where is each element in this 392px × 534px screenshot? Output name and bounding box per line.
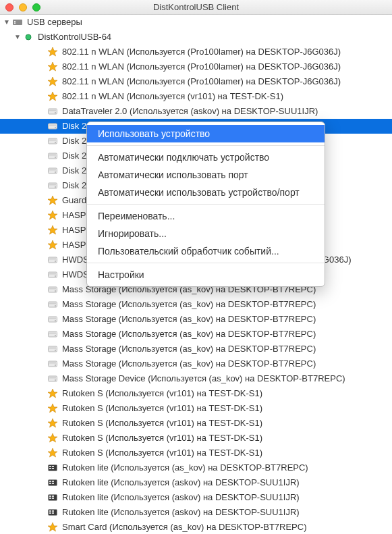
menu-item[interactable]: Переименовать... xyxy=(87,207,325,225)
maximize-button[interactable] xyxy=(32,3,40,11)
tree-row[interactable]: ▼USB серверы xyxy=(0,15,392,30)
context-menu[interactable]: Использовать устройствоАвтоматически под… xyxy=(86,122,325,287)
tree-row-label: Rutoken lite (Используется (askov) на DE… xyxy=(62,505,300,520)
tree-row-label: Mass Storage (Используется (as_kov) на D… xyxy=(62,342,316,356)
tree-row[interactable]: ▼Smart Card (Используется (as_kov) на DE… xyxy=(0,520,392,534)
usb-icon xyxy=(12,17,23,28)
tree-row[interactable]: ▼DistKontrolUSB-64 xyxy=(0,30,392,45)
drive-icon xyxy=(47,165,58,176)
menu-separator xyxy=(87,204,325,205)
menu-item[interactable]: Игнорировать... xyxy=(87,225,325,242)
drive-icon xyxy=(47,255,58,265)
tree-row-label: DataTraveler 2.0 (Используется (askov) н… xyxy=(62,104,318,119)
tree-row-label: 802.11 n WLAN (Используется (Pro100lamer… xyxy=(62,45,341,59)
tree-row-label: Mass Storage (Используется (as_kov) на D… xyxy=(62,327,316,342)
star-icon xyxy=(47,47,58,57)
tree-row-label: USB серверы xyxy=(27,15,82,30)
tree-row-label: Rutoken S (Используется (vr101) на TEST-… xyxy=(62,401,262,416)
menu-item[interactable]: Использовать устройство xyxy=(87,125,325,142)
drive-icon xyxy=(47,314,58,325)
star-icon xyxy=(47,403,58,414)
star-icon xyxy=(47,61,58,72)
drive-icon xyxy=(47,344,58,354)
tree-row[interactable]: ▼Rutoken lite (Используется (askov) на D… xyxy=(0,505,392,520)
tree-row[interactable]: ▼Rutoken S (Используется (vr101) на TEST… xyxy=(0,431,392,446)
tree-row[interactable]: ▼802.11 n WLAN (Используется (vr101) на … xyxy=(0,89,392,104)
tree-row[interactable]: ▼Rutoken lite (Используется (askov) на D… xyxy=(0,475,392,490)
tree-row[interactable]: ▼802.11 n WLAN (Используется (Pro100lame… xyxy=(0,45,392,59)
dot-green-icon xyxy=(23,32,34,43)
card-icon xyxy=(47,477,58,488)
menu-item[interactable]: Автоматически использовать порт xyxy=(87,166,325,184)
tree-row[interactable]: ▼Rutoken S (Используется (vr101) на TEST… xyxy=(0,401,392,416)
star-icon xyxy=(47,522,58,533)
drive-icon xyxy=(47,106,58,117)
window-title: DistKontrolUSB Client xyxy=(0,2,392,12)
star-icon xyxy=(47,240,58,250)
menu-separator xyxy=(87,263,325,263)
drive-icon xyxy=(47,358,58,369)
tree-row-label: 802.11 n WLAN (Используется (Pro100lamer… xyxy=(62,74,341,89)
star-icon xyxy=(47,210,58,221)
tree-row-label: Mass Storage (Используется (as_kov) на D… xyxy=(62,312,316,327)
star-icon xyxy=(47,195,58,206)
tree-row[interactable]: ▼Rutoken S (Используется (vr101) на TEST… xyxy=(0,386,392,401)
tree-row-label: Rutoken S (Используется (vr101) на TEST-… xyxy=(62,416,262,431)
tree-row-label: Mass Storage Device (Используется (as_ko… xyxy=(62,371,345,386)
drive-icon xyxy=(47,329,58,340)
card-icon xyxy=(47,492,58,503)
tree-row-label: Rutoken S (Используется (vr101) на TEST-… xyxy=(62,446,262,460)
card-icon xyxy=(47,462,58,473)
tree-row-label: Rutoken lite (Используется (askov) на DE… xyxy=(62,490,300,505)
tree-row-label: Mass Storage (Используется (as_kov) на D… xyxy=(62,297,316,312)
tree-row-label: Smart Card (Используется (as_kov) на DES… xyxy=(62,520,307,534)
tree-row-label: Mass Storage (Используется (as_kov) на D… xyxy=(62,356,316,371)
drive-icon xyxy=(47,180,58,191)
tree-row[interactable]: ▼Mass Storage (Используется (as_kov) на … xyxy=(0,297,392,312)
minimize-button[interactable] xyxy=(19,3,27,11)
close-button[interactable] xyxy=(5,3,13,11)
drive-icon xyxy=(47,136,58,146)
star-icon xyxy=(47,448,58,458)
tree-row[interactable]: ▼DataTraveler 2.0 (Используется (askov) … xyxy=(0,104,392,119)
tree-row-label: Rutoken S (Используется (vr101) на TEST-… xyxy=(62,431,262,446)
titlebar: DistKontrolUSB Client xyxy=(0,0,392,15)
tree-row[interactable]: ▼802.11 n WLAN (Используется (Pro100lame… xyxy=(0,59,392,74)
tree-row-label: Rutoken lite (Используется (as_kov) на D… xyxy=(62,460,308,475)
drive-icon xyxy=(47,373,58,384)
tree-row-label: 802.11 n WLAN (Используется (vr101) на T… xyxy=(62,89,283,104)
tree-row[interactable]: ▼Mass Storage Device (Используется (as_k… xyxy=(0,371,392,386)
menu-item[interactable]: Пользовательский обработчик событий... xyxy=(87,242,325,260)
tree-row[interactable]: ▼Mass Storage (Используется (as_kov) на … xyxy=(0,312,392,327)
tree-row[interactable]: ▼Rutoken S (Используется (vr101) на TEST… xyxy=(0,416,392,431)
tree-row-label: DistKontrolUSB-64 xyxy=(38,30,111,45)
tree-row[interactable]: ▼Rutoken lite (Используется (as_kov) на … xyxy=(0,460,392,475)
star-icon xyxy=(47,388,58,399)
drive-icon xyxy=(47,269,58,280)
star-icon xyxy=(47,418,58,429)
menu-item[interactable]: Автоматически подключать устройство xyxy=(87,149,325,166)
disclosure-arrow-icon[interactable]: ▼ xyxy=(3,15,11,30)
menu-item[interactable]: Настройки xyxy=(87,266,325,284)
disclosure-arrow-icon[interactable]: ▼ xyxy=(13,30,22,45)
tree-row-label: Rutoken S (Используется (vr101) на TEST-… xyxy=(62,386,262,401)
star-icon xyxy=(47,225,58,236)
tree-row[interactable]: ▼Rutoken S (Используется (vr101) на TEST… xyxy=(0,446,392,460)
star-icon xyxy=(47,433,58,444)
tree-row-label: Rutoken lite (Используется (askov) на DE… xyxy=(62,475,300,490)
card-icon xyxy=(47,507,58,518)
menu-item[interactable]: Автоматически использовать устройство/по… xyxy=(87,184,325,201)
window-controls xyxy=(5,3,40,11)
tree-row[interactable]: ▼Rutoken lite (Используется (askov) на D… xyxy=(0,490,392,505)
drive-icon xyxy=(47,121,58,132)
tree-row[interactable]: ▼Mass Storage (Используется (as_kov) на … xyxy=(0,327,392,342)
star-icon xyxy=(47,76,58,87)
tree-row[interactable]: ▼Mass Storage (Используется (as_kov) на … xyxy=(0,342,392,356)
drive-icon xyxy=(47,299,58,310)
tree-row[interactable]: ▼Mass Storage (Используется (as_kov) на … xyxy=(0,356,392,371)
tree-row-label: 802.11 n WLAN (Используется (Pro100lamer… xyxy=(62,59,341,74)
drive-icon xyxy=(47,284,58,295)
tree-row[interactable]: ▼802.11 n WLAN (Используется (Pro100lame… xyxy=(0,74,392,89)
menu-separator xyxy=(87,145,325,146)
drive-icon xyxy=(47,151,58,161)
